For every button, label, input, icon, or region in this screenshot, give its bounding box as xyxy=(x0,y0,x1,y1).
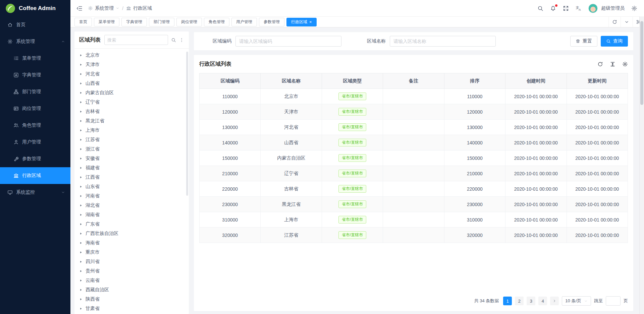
tree-item[interactable]: 天津市 xyxy=(74,60,189,69)
reset-button[interactable]: 重置 xyxy=(570,36,597,47)
tree-item[interactable]: 广东省 xyxy=(74,219,189,229)
table-row[interactable]: 140000 山西省 省市/直辖市 140000 2020-10-01 00:0… xyxy=(200,135,628,150)
tree-item[interactable]: 四川省 xyxy=(74,257,189,266)
tree-item[interactable]: 湖南省 xyxy=(74,210,189,219)
tree-item[interactable]: 内蒙古自治区 xyxy=(74,88,189,98)
tree-item[interactable]: 海南省 xyxy=(74,238,189,248)
table-row[interactable]: 320000 江苏省 省市/直辖市 320000 2020-10-01 00:0… xyxy=(200,228,628,243)
avatar[interactable] xyxy=(588,4,598,13)
tab[interactable]: 岗位管理 xyxy=(176,18,202,26)
page-button[interactable]: 2 xyxy=(515,297,524,305)
jump-page-input[interactable] xyxy=(606,296,621,306)
sidebar-item[interactable]: 部门管理 xyxy=(0,83,70,100)
notifications[interactable] xyxy=(550,5,556,11)
user-name[interactable]: 超级管理员 xyxy=(601,5,625,11)
tab[interactable]: 部门管理 xyxy=(149,18,174,26)
tree-item[interactable]: 云南省 xyxy=(74,276,189,285)
tree-item[interactable]: 浙江省 xyxy=(74,144,189,154)
table-row[interactable]: 310000 上海市 省市/直辖市 310000 2020-10-01 00:0… xyxy=(200,212,628,228)
table-row[interactable]: 120000 天津市 省市/直辖市 120000 2020-10-01 00:0… xyxy=(200,104,628,120)
caret-right-icon[interactable] xyxy=(79,157,83,160)
tree-item[interactable]: 河南省 xyxy=(74,191,189,201)
tree-item[interactable]: 江苏省 xyxy=(74,135,189,144)
window-scrollbar[interactable] xyxy=(639,16,644,314)
caret-right-icon[interactable] xyxy=(79,194,83,198)
sidebar-item[interactable]: 参数管理 xyxy=(0,150,70,167)
caret-right-icon[interactable] xyxy=(79,82,83,85)
caret-right-icon[interactable] xyxy=(79,101,83,104)
refresh-table-icon[interactable] xyxy=(597,61,603,67)
refresh-tabs-button[interactable] xyxy=(608,17,621,27)
column-header[interactable]: 更新时间 xyxy=(567,73,628,89)
tree-item[interactable]: 广西壮族自治区 xyxy=(74,229,189,238)
page-size-select[interactable]: 10 条/页 xyxy=(562,296,591,306)
caret-right-icon[interactable] xyxy=(79,204,83,207)
caret-right-icon[interactable] xyxy=(79,110,83,113)
tree-item[interactable]: 黑龙江省 xyxy=(74,116,189,126)
column-header[interactable]: 区域编码 xyxy=(200,73,261,89)
caret-right-icon[interactable] xyxy=(79,269,83,273)
tree-item[interactable]: 西藏自治区 xyxy=(74,285,189,295)
tree-more-icon[interactable] xyxy=(179,38,184,43)
translate-icon[interactable]: 文A xyxy=(576,5,582,11)
table-row[interactable]: 230000 黑龙江省 省市/直辖市 230000 2020-10-01 00:… xyxy=(200,197,628,212)
table-row[interactable]: 110000 北京市 省市/直辖市 110000 2020-10-01 00:0… xyxy=(200,89,628,104)
caret-right-icon[interactable] xyxy=(79,232,83,235)
caret-right-icon[interactable] xyxy=(79,223,83,226)
caret-right-icon[interactable] xyxy=(79,138,83,141)
tree-item[interactable]: 吉林省 xyxy=(74,107,189,116)
sidebar-item[interactable]: 岗位管理 xyxy=(0,100,70,117)
breadcrumb-group[interactable]: 系统管理 xyxy=(95,5,114,11)
tree-item[interactable]: 甘肃省 xyxy=(74,304,189,313)
tree-item[interactable]: 江西省 xyxy=(74,173,189,182)
sidebar-item[interactable]: 系统监控 xyxy=(0,184,70,201)
tab[interactable]: 菜单管理 xyxy=(94,18,119,26)
caret-right-icon[interactable] xyxy=(79,241,83,245)
column-header[interactable]: 区域名称 xyxy=(261,73,322,89)
caret-right-icon[interactable] xyxy=(79,213,83,216)
tab[interactable]: 字典管理 xyxy=(121,18,147,26)
region-code-input[interactable] xyxy=(235,36,341,47)
tree-scrollbar[interactable] xyxy=(186,52,188,196)
caret-right-icon[interactable] xyxy=(79,63,83,66)
tab-close-icon[interactable]: × xyxy=(309,20,312,24)
caret-right-icon[interactable] xyxy=(79,166,83,170)
column-settings-icon[interactable] xyxy=(622,61,628,67)
tree-item[interactable]: 北京市 xyxy=(74,51,189,60)
sidebar-item[interactable]: 首页 xyxy=(0,16,70,33)
caret-right-icon[interactable] xyxy=(79,185,83,188)
column-header[interactable]: 备注 xyxy=(383,73,444,89)
tree-item[interactable]: 湖北省 xyxy=(74,201,189,210)
row-height-icon[interactable] xyxy=(610,61,615,67)
app-logo[interactable]: Coffee Admin xyxy=(0,0,70,16)
tabs-menu-button[interactable] xyxy=(621,17,633,27)
sidebar-item[interactable]: 用户管理 xyxy=(0,134,70,150)
page-button[interactable]: 3 xyxy=(527,297,535,305)
table-row[interactable]: 220000 吉林省 省市/直辖市 220000 2020-10-01 00:0… xyxy=(200,181,628,197)
caret-right-icon[interactable] xyxy=(79,91,83,95)
table-row[interactable]: 150000 内蒙古自治区 省市/直辖市 150000 2020-10-01 0… xyxy=(200,150,628,166)
tab[interactable]: 角色管理 xyxy=(204,18,229,26)
tree-item[interactable]: 山东省 xyxy=(74,182,189,191)
tree-item[interactable]: 福建省 xyxy=(74,163,189,173)
column-header[interactable]: 创建时间 xyxy=(505,73,567,89)
caret-right-icon[interactable] xyxy=(79,260,83,263)
page-button[interactable]: 1 xyxy=(503,297,512,305)
settings-gear-icon[interactable] xyxy=(631,5,637,11)
tree-item[interactable]: 重庆市 xyxy=(74,248,189,257)
column-header[interactable]: 排序 xyxy=(444,73,505,89)
caret-right-icon[interactable] xyxy=(79,129,83,132)
table-row[interactable]: 130000 河北省 省市/直辖市 130000 2020-10-01 00:0… xyxy=(200,120,628,135)
tree-item[interactable]: 山西省 xyxy=(74,79,189,88)
search-icon[interactable] xyxy=(537,5,543,11)
tree-item[interactable]: 安徽省 xyxy=(74,154,189,163)
tree-search-input[interactable] xyxy=(104,35,168,45)
caret-right-icon[interactable] xyxy=(79,147,83,151)
caret-right-icon[interactable] xyxy=(79,176,83,179)
tab[interactable]: 行政区域 × xyxy=(286,18,317,26)
caret-right-icon[interactable] xyxy=(79,298,83,301)
tree-item[interactable]: 贵州省 xyxy=(74,266,189,276)
caret-right-icon[interactable] xyxy=(79,72,83,76)
sidebar-item[interactable]: 菜单管理 xyxy=(0,50,70,67)
caret-right-icon[interactable] xyxy=(79,279,83,282)
